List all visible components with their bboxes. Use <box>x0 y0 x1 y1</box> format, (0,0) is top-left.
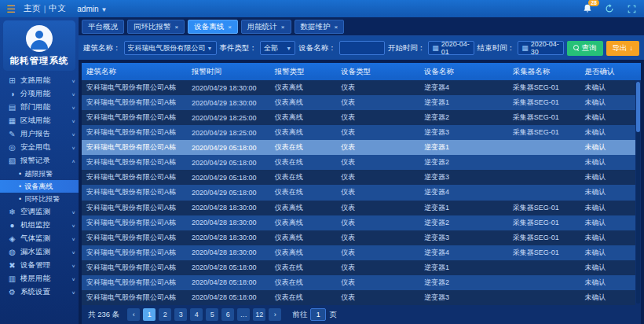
table-row[interactable]: 安科瑞电气股份有限公司A栋2020/04/29 05:18:00仪表在线仪表逆变… <box>82 140 635 155</box>
chevron-down-icon: ▼ <box>101 6 108 13</box>
cell-报警时间: 2020/04/29 05:18:00 <box>187 159 270 167</box>
goto-page-input[interactable] <box>310 308 326 321</box>
sidebar-item-安全用电[interactable]: ◎安全用电∨ <box>0 141 79 154</box>
table-row[interactable]: 安科瑞电气股份有限公司A栋2020/04/29 18:25:00仪表离线仪表逆变… <box>82 110 635 125</box>
tab-数据维护[interactable]: 数据维护× <box>295 20 345 34</box>
page-button-4[interactable]: 4 <box>190 308 203 321</box>
chevron-down-icon: ∨ <box>71 78 75 83</box>
chevron-down-icon: ∨ <box>71 263 75 267</box>
page-ellipsis[interactable]: … <box>237 308 250 321</box>
sidebar-subitem-越限报警[interactable]: •越限报警 <box>0 168 79 180</box>
user-menu[interactable]: admin▼ <box>77 5 107 13</box>
tab-close-icon[interactable]: × <box>335 24 338 31</box>
sidebar-subitem-同环比报警[interactable]: •同环比报警 <box>0 193 79 205</box>
table-row[interactable]: 安科瑞电气股份有限公司A栋2020/04/28 05:18:00仪表在线仪表逆变… <box>82 290 635 305</box>
download-icon: ↓ <box>630 44 634 52</box>
building-select[interactable]: 安科瑞电气股份有限公司A栋▼ <box>124 41 217 55</box>
fullscreen-icon[interactable] <box>625 2 638 15</box>
cell-设备名称: 逆变器2 <box>419 278 508 288</box>
table-row[interactable]: 安科瑞电气股份有限公司A栋2020/04/28 05:18:00仪表在线仪表逆变… <box>82 260 635 275</box>
cell-设备名称: 逆变器4 <box>419 248 508 258</box>
page-button-5[interactable]: 5 <box>206 308 218 321</box>
cell-建筑名称: 安科瑞电气股份有限公司A栋 <box>82 293 187 303</box>
page-button-6[interactable]: 6 <box>221 308 234 321</box>
table-row[interactable]: 安科瑞电气股份有限公司A栋2020/04/28 18:30:00仪表离线仪表逆变… <box>82 230 635 245</box>
table-row[interactable]: 安科瑞电气股份有限公司A栋2020/04/29 05:18:00仪表在线仪表逆变… <box>82 185 635 200</box>
language-switch[interactable]: 中文 <box>49 3 66 14</box>
sidebar-item-气体监测[interactable]: ◈气体监测∨ <box>0 232 79 245</box>
sidebar-item-报警记录[interactable]: ▧报警记录∧ <box>0 154 79 168</box>
table-row[interactable]: 安科瑞电气股份有限公司A栋2020/04/29 18:30:00仪表离线仪表逆变… <box>82 80 635 95</box>
start-date-picker[interactable]: ▦2020-04-01 <box>428 41 474 55</box>
cell-设备名称: 逆变器2 <box>419 218 508 228</box>
table-row[interactable]: 安科瑞电气股份有限公司A栋2020/04/28 05:18:00仪表在线仪表逆变… <box>82 275 635 290</box>
tab-平台概况[interactable]: 平台概况 <box>82 20 124 34</box>
table-row[interactable]: 安科瑞电气股份有限公司A栋2020/04/29 05:18:00仪表在线仪表逆变… <box>82 170 635 185</box>
tab-close-icon[interactable]: × <box>281 24 285 31</box>
home-label[interactable]: 主页 <box>24 3 41 14</box>
sidebar-item-漏水监测[interactable]: ◍漏水监测∨ <box>0 245 79 259</box>
sidebar-item-label: 分项用能 <box>20 89 71 99</box>
page-button-3[interactable]: 3 <box>174 308 187 321</box>
next-page-button[interactable]: › <box>269 308 281 321</box>
sidebar-item-分项用能[interactable]: ◑分项用能∨ <box>0 87 79 101</box>
cell-报警时间: 2020/04/29 05:18:00 <box>187 144 270 152</box>
tab-设备离线[interactable]: 设备离线× <box>188 20 238 34</box>
filter-bar: 建筑名称： 安科瑞电气股份有限公司A栋▼ 事件类型： 全部▼ 设备名称： 开始时… <box>79 36 644 60</box>
cell-报警时间: 2020/04/29 18:25:00 <box>187 114 270 122</box>
cell-是否确认: 未确认 <box>580 142 635 153</box>
cell-报警类型: 仪表在线 <box>270 263 337 273</box>
table-row[interactable]: 安科瑞电气股份有限公司A栋2020/04/28 18:30:00仪表离线仪表逆变… <box>82 215 635 230</box>
hvac-monitor-icon: ❄ <box>7 208 17 216</box>
refresh-icon[interactable] <box>603 2 616 15</box>
sidebar-item-楼层用能[interactable]: ▥楼层用能∨ <box>0 272 79 285</box>
sidebar-item-空调监测[interactable]: ❄空调监测∨ <box>0 205 79 219</box>
table-scrollbar[interactable] <box>636 82 640 304</box>
table-row[interactable]: 安科瑞电气股份有限公司A栋2020/04/29 18:30:00仪表离线仪表逆变… <box>82 95 635 110</box>
cell-报警类型: 仪表在线 <box>270 293 337 303</box>
event-type-label: 事件类型： <box>220 43 258 53</box>
page-button-1[interactable]: 1 <box>143 308 156 321</box>
page-button-12[interactable]: 12 <box>253 308 265 321</box>
tab-同环比报警[interactable]: 同环比报警× <box>127 20 185 34</box>
cell-建筑名称: 安科瑞电气股份有限公司A栋 <box>82 233 187 243</box>
sidebar-item-用户报告[interactable]: ✎用户报告∨ <box>0 127 79 141</box>
column-header-报警时间: 报警时间 <box>187 67 270 77</box>
sidebar-item-label: 机组监控 <box>20 220 71 230</box>
scrollbar-thumb[interactable] <box>636 82 640 132</box>
tab-close-icon[interactable]: × <box>175 24 179 31</box>
sidebar-item-系统设置[interactable]: ⚙系统设置∨ <box>0 285 79 299</box>
sidebar-item-设备管理[interactable]: ✖设备管理∨ <box>0 259 79 272</box>
sidebar-item-机组监控[interactable]: ●机组监控∨ <box>0 219 79 232</box>
tab-用能统计[interactable]: 用能统计× <box>241 20 291 34</box>
event-type-select[interactable]: 全部▼ <box>260 41 295 55</box>
table-row[interactable]: 安科瑞电气股份有限公司A栋2020/04/29 18:25:00仪表离线仪表逆变… <box>82 125 635 140</box>
cell-是否确认: 未确认 <box>580 98 635 108</box>
table-body: 安科瑞电气股份有限公司A栋2020/04/29 18:30:00仪表离线仪表逆变… <box>82 80 641 305</box>
sidebar-item-支路用能[interactable]: ⊞支路用能∨ <box>0 74 79 87</box>
tab-close-icon[interactable]: × <box>228 24 232 31</box>
table-row[interactable]: 安科瑞电气股份有限公司A栋2020/04/28 18:30:00仪表离线仪表逆变… <box>82 245 635 260</box>
end-date-picker[interactable]: ▦2020-04-30 <box>518 41 563 55</box>
cell-设备名称: 逆变器4 <box>419 187 508 197</box>
sidebar-subitem-设备离线[interactable]: •设备离线 <box>0 180 79 193</box>
subitem-energy-icon: ◑ <box>7 90 17 98</box>
device-name-input[interactable] <box>339 41 385 55</box>
export-button[interactable]: 导出↓ <box>606 41 640 56</box>
cell-设备名称: 逆变器2 <box>419 112 508 123</box>
goto-suffix-label: 页 <box>329 310 337 320</box>
hamburger-menu-icon[interactable]: ☰ <box>6 3 16 15</box>
cell-建筑名称: 安科瑞电气股份有限公司A栋 <box>82 127 187 138</box>
page-button-2[interactable]: 2 <box>159 308 171 321</box>
cell-报警类型: 仪表在线 <box>270 187 337 197</box>
prev-page-button[interactable]: ‹ <box>127 308 140 321</box>
alarm-record-icon: ▧ <box>7 156 17 165</box>
cell-报警类型: 仪表在线 <box>270 142 337 153</box>
table-row[interactable]: 安科瑞电气股份有限公司A栋2020/04/29 05:18:00仪表在线仪表逆变… <box>82 155 635 170</box>
sidebar-item-label: 楼层用能 <box>20 274 71 284</box>
query-button[interactable]: 查询 <box>567 41 603 56</box>
sidebar-item-部门用能[interactable]: ▤部门用能∨ <box>0 101 79 114</box>
table-row[interactable]: 安科瑞电气股份有限公司A栋2020/04/28 18:30:00仪表离线仪表逆变… <box>82 201 635 215</box>
notification-bell-icon[interactable]: 28 <box>581 2 594 15</box>
sidebar-item-区域用能[interactable]: ▦区域用能∨ <box>0 114 79 127</box>
